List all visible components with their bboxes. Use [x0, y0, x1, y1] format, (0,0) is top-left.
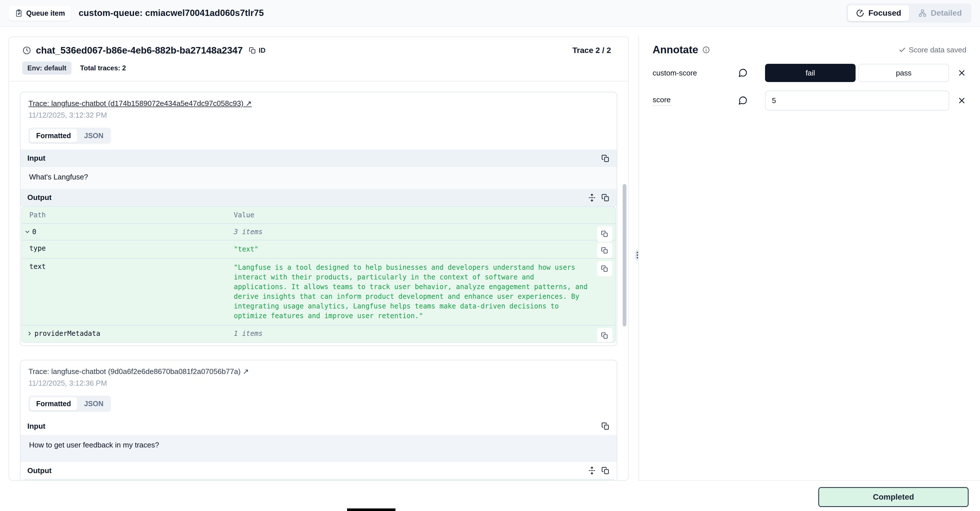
score-label-score: score [652, 96, 671, 106]
copy-row-button[interactable] [597, 261, 612, 276]
row-path: text [29, 263, 46, 271]
input-section-header-2: Input [21, 417, 617, 435]
annotate-panel: Annotate Score data saved custom-score f… [639, 37, 980, 481]
external-link-icon: ↗ [243, 367, 249, 376]
row-value: 1 items [234, 330, 615, 337]
table-row[interactable]: text "Langfuse is a tool designed to hel… [22, 259, 615, 325]
row-value: 3 items [234, 228, 615, 236]
copy-id-button[interactable]: ID [249, 46, 266, 54]
path-column-header: Path [22, 211, 234, 219]
output-json-table-2: Path Value 0 3 items [21, 479, 616, 481]
copy-row-button[interactable] [597, 328, 612, 343]
trace-timestamp-1: 11/12/2025, 3:12:32 PM [29, 111, 609, 119]
chevron-right-icon[interactable] [27, 330, 33, 337]
bottom-strip [347, 508, 396, 511]
env-badge: Env: default [22, 62, 72, 75]
view-mode-toggle: Focused Detailed [846, 3, 972, 23]
trace-card-1: Trace: langfuse-chatbot (d174b1589072e43… [20, 92, 617, 346]
trace-link-1[interactable]: Trace: langfuse-chatbot (d174b1589072e43… [29, 99, 252, 108]
row-path: providerMetadata [35, 330, 100, 337]
annotate-title: Annotate [652, 44, 698, 56]
score-row-score: score [652, 91, 966, 110]
output-json-table-1: Path Value 0 3 items type "text" [21, 206, 616, 343]
expand-vertical-icon-button-2[interactable] [588, 466, 596, 475]
delete-score-icon[interactable] [957, 68, 966, 78]
clock-icon [22, 46, 31, 55]
output-section-header-1: Output [21, 189, 617, 206]
queue-item-badge-label: Queue item [26, 9, 65, 18]
trace-link-2[interactable]: Trace: langfuse-chatbot (9d0a6f2e6de8670… [29, 367, 249, 376]
format-toggle-1: Formatted JSON [29, 127, 111, 144]
output-label-2: Output [27, 466, 51, 475]
score-value-input[interactable] [765, 91, 949, 110]
copy-input-button-2[interactable] [601, 422, 610, 430]
hierarchy-icon [918, 9, 927, 18]
format-toggle-2: Formatted JSON [29, 396, 111, 412]
info-icon[interactable] [702, 46, 710, 54]
copy-row-button[interactable] [597, 243, 612, 258]
table-row[interactable]: providerMetadata 1 items [22, 326, 615, 342]
check-icon [899, 46, 906, 54]
row-path: 0 [32, 228, 36, 236]
expand-vertical-icon-button-1[interactable] [588, 193, 596, 202]
total-traces-label: Total traces: 2 [80, 64, 126, 72]
input-label-2: Input [27, 422, 46, 431]
copy-output-button-1[interactable] [601, 193, 610, 202]
focused-view-label: Focused [869, 8, 901, 18]
vertical-scrollbar[interactable] [623, 184, 626, 326]
queue-item-panel: chat_536ed067-b86e-4eb6-882b-ba27148a234… [8, 37, 628, 481]
value-column-header: Value [234, 211, 615, 219]
copy-output-button-2[interactable] [601, 466, 610, 475]
trace-timestamp-2: 11/12/2025, 3:12:36 PM [29, 379, 609, 388]
gauge-icon [856, 9, 864, 18]
trace-counter: Trace 2 / 2 [573, 46, 611, 55]
copy-input-button-1[interactable] [601, 154, 610, 162]
table-row[interactable]: type "text" [22, 240, 615, 259]
completed-button[interactable]: Completed [818, 487, 969, 507]
top-bar: Queue item custom-queue: cmiacwel70041ad… [0, 0, 980, 27]
row-value: "text" [234, 244, 615, 254]
json-tab-2[interactable]: JSON [78, 397, 110, 411]
copy-icon [249, 47, 256, 54]
traces-scroll-area[interactable]: Trace: langfuse-chatbot (d174b1589072e43… [9, 81, 628, 481]
queue-item-header: chat_536ed067-b86e-4eb6-882b-ba27148a234… [9, 37, 628, 81]
input-label-1: Input [27, 154, 46, 162]
detailed-view-button[interactable]: Detailed [910, 5, 970, 21]
comment-icon[interactable] [738, 96, 748, 105]
id-label: ID [259, 46, 266, 54]
detailed-view-label: Detailed [931, 8, 962, 18]
save-status: Score data saved [899, 46, 966, 54]
delete-score-icon[interactable] [957, 96, 966, 105]
queue-item-badge: Queue item [8, 6, 71, 21]
output-section-header-2: Output [21, 462, 617, 479]
item-title: chat_536ed067-b86e-4eb6-882b-ba27148a234… [36, 45, 243, 56]
external-link-icon: ↗ [245, 99, 252, 108]
focused-view-button[interactable]: Focused [848, 5, 909, 21]
input-value-1: What's Langfuse? [21, 167, 617, 189]
comment-icon[interactable] [738, 68, 748, 78]
copy-row-button[interactable] [597, 226, 612, 242]
score-option-fail[interactable]: fail [765, 64, 856, 82]
input-section-header-1: Input [21, 150, 617, 167]
clipboard-pen-icon [15, 9, 23, 17]
page-title: custom-queue: cmiacwel70041ad060s7tlr75 [79, 8, 264, 18]
score-row-custom-score: custom-score fail pass [652, 64, 966, 82]
score-label-custom-score: custom-score [652, 68, 697, 78]
table-row[interactable]: 0 3 items [22, 224, 615, 240]
score-option-pass[interactable]: pass [858, 64, 949, 82]
input-value-2: How to get user feedback in my traces? [21, 435, 617, 462]
trace-card-2: Trace: langfuse-chatbot (9d0a6f2e6de8670… [20, 360, 617, 481]
row-value: "Langfuse is a tool designed to help bus… [234, 263, 615, 321]
output-label-1: Output [27, 193, 51, 202]
chevron-down-icon[interactable] [24, 229, 30, 235]
formatted-tab-1[interactable]: Formatted [30, 129, 77, 142]
formatted-tab-2[interactable]: Formatted [30, 397, 77, 411]
save-status-label: Score data saved [909, 46, 966, 54]
row-path: type [29, 244, 46, 252]
json-tab-1[interactable]: JSON [78, 129, 110, 142]
